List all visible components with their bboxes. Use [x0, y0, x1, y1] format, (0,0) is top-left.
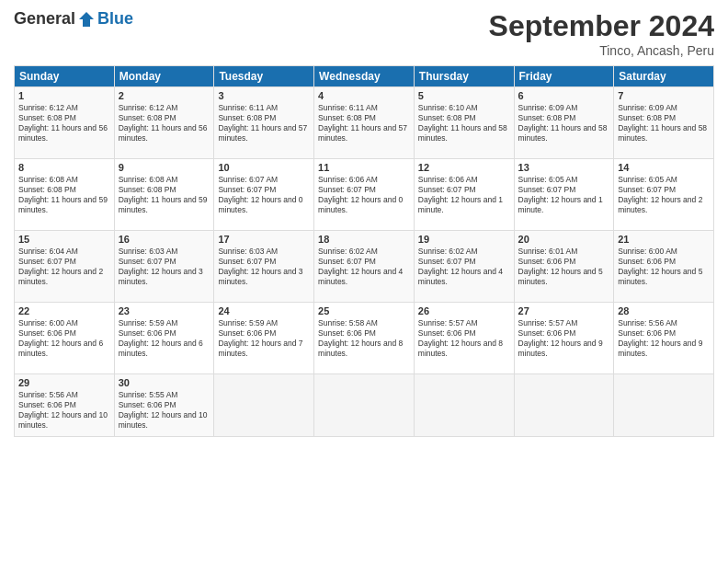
sunset-text: Sunset: 6:08 PM: [318, 113, 410, 123]
sunrise-text: Sunrise: 6:07 AM: [218, 175, 310, 185]
day-info: Sunrise: 6:05 AM Sunset: 6:07 PM Dayligh…: [518, 175, 610, 215]
table-row: 25 Sunrise: 5:58 AM Sunset: 6:06 PM Dayl…: [314, 303, 415, 374]
day-number: 23: [119, 305, 210, 316]
daylight-text: Daylight: 12 hours and 9 minutes.: [618, 339, 710, 359]
day-info: Sunrise: 6:11 AM Sunset: 6:08 PM Dayligh…: [218, 103, 310, 144]
day-info: Sunrise: 5:55 AM Sunset: 6:06 PM Dayligh…: [119, 390, 210, 431]
sunset-text: Sunset: 6:08 PM: [18, 185, 110, 195]
day-info: Sunrise: 6:08 AM Sunset: 6:08 PM Dayligh…: [119, 175, 210, 215]
daylight-text: Daylight: 12 hours and 0 minutes.: [318, 195, 410, 215]
table-row: 17 Sunrise: 6:03 AM Sunset: 6:07 PM Dayl…: [214, 231, 314, 303]
day-info: Sunrise: 6:06 AM Sunset: 6:07 PM Dayligh…: [318, 175, 410, 215]
table-row: [214, 374, 314, 437]
table-row: 30 Sunrise: 5:55 AM Sunset: 6:06 PM Dayl…: [114, 374, 214, 437]
sunset-text: Sunset: 6:08 PM: [518, 113, 610, 123]
table-row: 22 Sunrise: 6:00 AM Sunset: 6:06 PM Dayl…: [15, 303, 115, 374]
daylight-text: Daylight: 12 hours and 1 minute.: [518, 195, 610, 215]
sunrise-text: Sunrise: 6:11 AM: [318, 103, 410, 113]
day-info: Sunrise: 6:07 AM Sunset: 6:07 PM Dayligh…: [218, 175, 310, 215]
sunrise-text: Sunrise: 5:55 AM: [119, 390, 210, 400]
day-info: Sunrise: 5:57 AM Sunset: 6:06 PM Dayligh…: [418, 318, 510, 359]
table-row: 15 Sunrise: 6:04 AM Sunset: 6:07 PM Dayl…: [15, 231, 115, 303]
sunset-text: Sunset: 6:06 PM: [618, 328, 710, 339]
day-info: Sunrise: 6:08 AM Sunset: 6:08 PM Dayligh…: [18, 175, 110, 215]
day-info: Sunrise: 6:12 AM Sunset: 6:08 PM Dayligh…: [18, 103, 110, 144]
day-number: 20: [518, 234, 610, 245]
daylight-text: Daylight: 12 hours and 1 minute.: [418, 195, 510, 215]
day-info: Sunrise: 5:59 AM Sunset: 6:06 PM Dayligh…: [119, 318, 210, 359]
day-number: 6: [518, 90, 610, 101]
table-row: 10 Sunrise: 6:07 AM Sunset: 6:07 PM Dayl…: [214, 159, 314, 231]
daylight-text: Daylight: 12 hours and 9 minutes.: [518, 339, 610, 359]
sunrise-text: Sunrise: 6:06 AM: [418, 175, 510, 185]
sunset-text: Sunset: 6:06 PM: [518, 328, 610, 339]
sunset-text: Sunset: 6:06 PM: [218, 328, 310, 339]
day-number: 7: [618, 90, 710, 101]
daylight-text: Daylight: 12 hours and 7 minutes.: [218, 339, 310, 359]
table-row: 8 Sunrise: 6:08 AM Sunset: 6:08 PM Dayli…: [15, 159, 115, 231]
day-info: Sunrise: 6:02 AM Sunset: 6:07 PM Dayligh…: [418, 247, 510, 287]
day-number: 11: [318, 162, 410, 173]
sunset-text: Sunset: 6:08 PM: [418, 113, 510, 123]
daylight-text: Daylight: 12 hours and 3 minutes.: [218, 267, 310, 287]
day-number: 21: [618, 234, 710, 245]
sunset-text: Sunset: 6:07 PM: [318, 185, 410, 195]
day-info: Sunrise: 6:03 AM Sunset: 6:07 PM Dayligh…: [119, 247, 210, 287]
day-info: Sunrise: 6:12 AM Sunset: 6:08 PM Dayligh…: [119, 103, 210, 144]
table-row: 24 Sunrise: 5:59 AM Sunset: 6:06 PM Dayl…: [214, 303, 314, 374]
daylight-text: Daylight: 11 hours and 57 minutes.: [218, 123, 310, 144]
sunrise-text: Sunrise: 5:59 AM: [218, 318, 310, 328]
daylight-text: Daylight: 11 hours and 59 minutes.: [18, 195, 110, 215]
page: General Blue September 2024 Tinco, Ancas…: [0, 0, 728, 563]
sunset-text: Sunset: 6:07 PM: [218, 185, 310, 195]
daylight-text: Daylight: 12 hours and 10 minutes.: [119, 410, 210, 431]
table-row: 28 Sunrise: 5:56 AM Sunset: 6:06 PM Dayl…: [614, 303, 714, 374]
table-row: 2 Sunrise: 6:12 AM Sunset: 6:08 PM Dayli…: [114, 87, 214, 159]
sunrise-text: Sunrise: 5:58 AM: [318, 318, 410, 328]
table-row: [414, 374, 514, 437]
table-row: 26 Sunrise: 5:57 AM Sunset: 6:06 PM Dayl…: [414, 303, 514, 374]
month-title: September 2024: [489, 9, 714, 43]
sunrise-text: Sunrise: 5:56 AM: [618, 318, 710, 328]
day-number: 15: [18, 234, 110, 245]
day-info: Sunrise: 5:58 AM Sunset: 6:06 PM Dayligh…: [318, 318, 410, 359]
sunset-text: Sunset: 6:08 PM: [218, 113, 310, 123]
table-row: 9 Sunrise: 6:08 AM Sunset: 6:08 PM Dayli…: [114, 159, 214, 231]
day-info: Sunrise: 6:02 AM Sunset: 6:07 PM Dayligh…: [318, 247, 410, 287]
logo-text: General Blue: [14, 9, 133, 29]
day-number: 8: [18, 162, 110, 173]
table-row: 23 Sunrise: 5:59 AM Sunset: 6:06 PM Dayl…: [114, 303, 214, 374]
sunset-text: Sunset: 6:06 PM: [18, 328, 110, 339]
sunrise-text: Sunrise: 6:08 AM: [18, 175, 110, 185]
day-info: Sunrise: 6:10 AM Sunset: 6:08 PM Dayligh…: [418, 103, 510, 144]
sunrise-text: Sunrise: 6:04 AM: [18, 247, 110, 257]
sunset-text: Sunset: 6:06 PM: [418, 328, 510, 339]
logo-blue-text: Blue: [97, 9, 133, 29]
day-number: 28: [618, 305, 710, 316]
daylight-text: Daylight: 12 hours and 8 minutes.: [318, 339, 410, 359]
day-number: 22: [18, 305, 110, 316]
day-number: 5: [418, 90, 510, 101]
day-info: Sunrise: 5:56 AM Sunset: 6:06 PM Dayligh…: [18, 390, 110, 431]
sunset-text: Sunset: 6:06 PM: [119, 328, 210, 339]
day-number: 12: [418, 162, 510, 173]
location: Tinco, Ancash, Peru: [489, 43, 714, 58]
day-number: 25: [318, 305, 410, 316]
table-row: [314, 374, 415, 437]
logo-icon: [77, 10, 96, 29]
col-header-wednesday: Wednesday: [314, 66, 415, 87]
header: General Blue September 2024 Tinco, Ancas…: [14, 9, 714, 58]
daylight-text: Daylight: 12 hours and 0 minutes.: [218, 195, 310, 215]
sunrise-text: Sunrise: 6:10 AM: [418, 103, 510, 113]
sunrise-text: Sunrise: 6:00 AM: [18, 318, 110, 328]
sunrise-text: Sunrise: 5:56 AM: [18, 390, 110, 400]
day-number: 14: [618, 162, 710, 173]
sunset-text: Sunset: 6:08 PM: [119, 185, 210, 195]
svg-marker-0: [79, 12, 94, 27]
table-row: 21 Sunrise: 6:00 AM Sunset: 6:06 PM Dayl…: [614, 231, 714, 303]
daylight-text: Daylight: 12 hours and 6 minutes.: [18, 339, 110, 359]
table-row: 4 Sunrise: 6:11 AM Sunset: 6:08 PM Dayli…: [314, 87, 415, 159]
day-number: 3: [218, 90, 310, 101]
title-block: September 2024 Tinco, Ancash, Peru: [489, 9, 714, 58]
table-row: 29 Sunrise: 5:56 AM Sunset: 6:06 PM Dayl…: [15, 374, 115, 437]
